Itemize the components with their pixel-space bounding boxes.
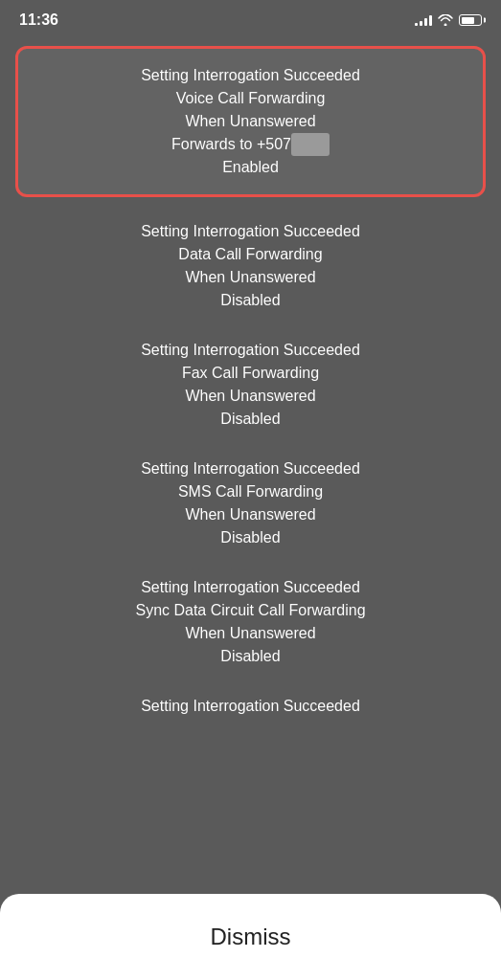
signal-icon [415, 14, 432, 26]
wifi-icon [438, 14, 453, 26]
card6-line1: Setting Interrogation Succeeded [15, 695, 486, 718]
card4-line4: Disabled [15, 526, 486, 549]
dismiss-bar[interactable]: Dismiss [0, 894, 501, 980]
card5-line1: Setting Interrogation Succeeded [15, 576, 486, 599]
card3-line2: Fax Call Forwarding [15, 362, 486, 385]
highlighted-line-1: Setting Interrogation Succeeded [34, 64, 467, 87]
card3-line3: When Unanswered [15, 385, 486, 408]
status-bar: 11:36 [0, 0, 501, 36]
battery-icon [459, 14, 482, 26]
card5-line4: Disabled [15, 645, 486, 668]
card-fax-call-forwarding: Setting Interrogation Succeeded Fax Call… [15, 335, 486, 434]
highlighted-line-2: Voice Call Forwarding [34, 87, 467, 110]
card2-line2: Data Call Forwarding [15, 243, 486, 266]
card2-line4: Disabled [15, 289, 486, 312]
card4-line3: When Unanswered [15, 503, 486, 526]
card5-line2: Sync Data Circuit Call Forwarding [15, 599, 486, 622]
highlighted-line-4: Forwards to +507 [34, 133, 467, 156]
card-sync-data-circuit: Setting Interrogation Succeeded Sync Dat… [15, 572, 486, 672]
main-content: Setting Interrogation Succeeded Voice Ca… [0, 36, 501, 888]
card2-line1: Setting Interrogation Succeeded [15, 220, 486, 243]
card4-line1: Setting Interrogation Succeeded [15, 457, 486, 480]
dismiss-button[interactable]: Dismiss [0, 894, 501, 980]
highlighted-line-3: When Unanswered [34, 110, 467, 133]
card2-line3: When Unanswered [15, 266, 486, 289]
items-container: Setting Interrogation Succeeded Voice Ca… [0, 36, 501, 888]
card-data-call-forwarding: Setting Interrogation Succeeded Data Cal… [15, 216, 486, 316]
card-sms-call-forwarding: Setting Interrogation Succeeded SMS Call… [15, 454, 486, 553]
card5-line3: When Unanswered [15, 622, 486, 645]
status-time: 11:36 [19, 11, 58, 29]
card-partial: Setting Interrogation Succeeded [15, 691, 486, 722]
card3-line1: Setting Interrogation Succeeded [15, 339, 486, 362]
highlighted-line-5: Enabled [34, 156, 467, 179]
card3-line4: Disabled [15, 408, 486, 431]
card4-line2: SMS Call Forwarding [15, 480, 486, 503]
phone-number-blur [291, 133, 330, 156]
highlighted-card: Setting Interrogation Succeeded Voice Ca… [15, 46, 486, 197]
status-icons [415, 14, 482, 26]
highlighted-card-text: Setting Interrogation Succeeded Voice Ca… [34, 64, 467, 179]
